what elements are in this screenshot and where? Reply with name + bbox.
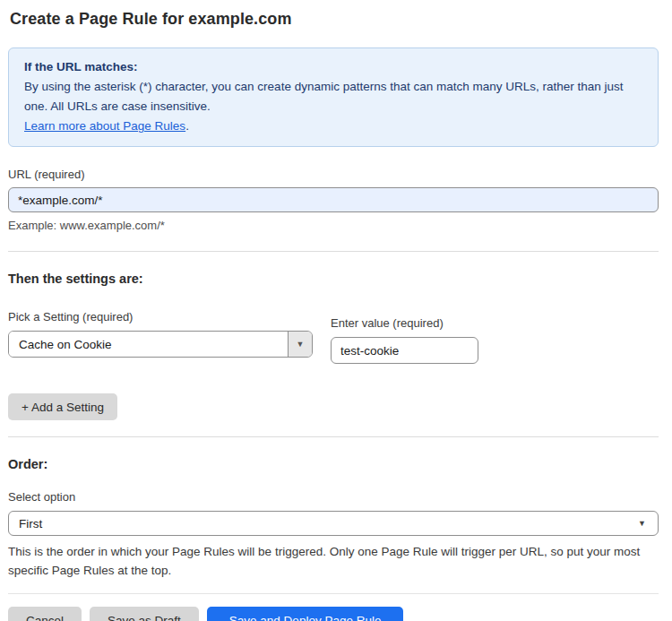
setting-select-value: Cache on Cookie — [9, 332, 288, 357]
create-page-rule-form: Create a Page Rule for example.com If th… — [0, 0, 672, 621]
setting-value-label: Enter value (required) — [331, 316, 478, 330]
info-box-heading: If the URL matches: — [24, 57, 642, 77]
setting-value-column: Enter value (required) — [331, 292, 478, 364]
setting-select-column: Pick a Setting (required) Cache on Cooki… — [8, 286, 313, 358]
url-input[interactable] — [8, 187, 659, 212]
chevron-down-icon: ▼ — [638, 519, 646, 528]
cancel-button[interactable]: Cancel — [8, 607, 82, 621]
save-as-draft-button[interactable]: Save as Draft — [90, 607, 199, 621]
add-setting-button[interactable]: + Add a Setting — [8, 393, 117, 420]
divider — [8, 593, 659, 594]
link-suffix: . — [185, 119, 189, 133]
info-box-body: By using the asterisk (*) character, you… — [24, 77, 642, 116]
order-select-value: First — [19, 517, 42, 530]
chevron-down-icon: ▼ — [297, 340, 305, 349]
order-section-heading: Order: — [8, 457, 659, 471]
save-and-deploy-button[interactable]: Save and Deploy Page Rule — [207, 607, 404, 621]
setting-select[interactable]: Cache on Cookie ▼ — [8, 331, 313, 358]
settings-section-heading: Then the settings are: — [8, 272, 659, 286]
url-field-label: URL (required) — [8, 168, 659, 181]
order-help-text: This is the order in which your Page Rul… — [8, 543, 653, 580]
order-select-label: Select option — [8, 490, 659, 504]
setting-select-label: Pick a Setting (required) — [8, 310, 313, 323]
settings-row: Pick a Setting (required) Cache on Cooki… — [8, 286, 659, 364]
url-match-info-box: If the URL matches: By using the asteris… — [8, 47, 659, 147]
order-select[interactable]: First ▼ — [8, 511, 659, 536]
divider — [8, 436, 659, 437]
learn-more-link[interactable]: Learn more about Page Rules — [24, 119, 185, 133]
setting-select-dropdown-button[interactable]: ▼ — [288, 332, 312, 357]
divider — [8, 251, 659, 252]
page-title: Create a Page Rule for example.com — [10, 10, 659, 29]
footer-actions: Cancel Save as Draft Save and Deploy Pag… — [8, 607, 659, 621]
url-example-hint: Example: www.example.com/* — [8, 219, 659, 232]
setting-value-input[interactable] — [331, 337, 478, 364]
info-box-link-line: Learn more about Page Rules. — [24, 116, 642, 136]
